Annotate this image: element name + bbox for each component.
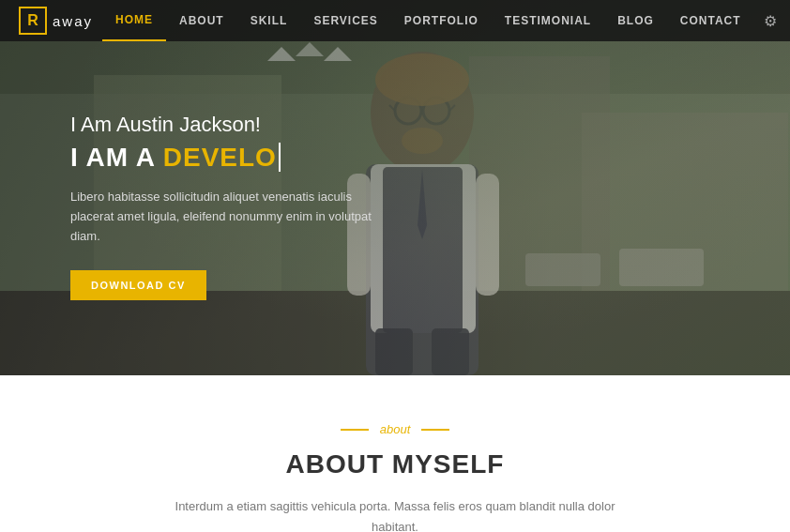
about-description: Interdum a etiam sagittis vehicula porta… [170, 496, 620, 532]
navbar: R away HOME ABOUT SKILL SERVICES PORTFOL… [0, 0, 790, 41]
logo-icon: R [19, 7, 47, 35]
hero-content: I Am Austin Jackson! I AM A DEVELO Liber… [70, 113, 389, 300]
section-label: about [19, 422, 771, 436]
nav-link-services[interactable]: SERVICES [300, 0, 390, 41]
hero-description: Libero habitasse sollicitudin aliquet ve… [70, 188, 389, 246]
about-section: about ABOUT MYSELF Interdum a etiam sagi… [0, 375, 790, 532]
nav-item-home[interactable]: HOME [102, 0, 166, 41]
hero-title-static: I AM A [70, 143, 163, 172]
logo[interactable]: R away [19, 7, 93, 35]
download-cv-button[interactable]: DOWNLOAD CV [70, 270, 206, 300]
about-desc-line1: Interdum a etiam sagittis vehicula porta… [175, 499, 615, 532]
hero-title-typed: DEVELO [163, 143, 281, 172]
hero-section: I Am Austin Jackson! I AM A DEVELO Liber… [0, 0, 790, 375]
nav-item-testimonial[interactable]: TESTIMONIAL [492, 0, 604, 41]
nav-link-testimonial[interactable]: TESTIMONIAL [492, 0, 604, 41]
nav-item-contact[interactable]: CONTACT [667, 0, 754, 41]
label-line-left [341, 429, 369, 431]
nav-link-blog[interactable]: BLOG [604, 0, 667, 41]
nav-link-about[interactable]: ABOUT [166, 0, 237, 41]
nav-link-home[interactable]: HOME [102, 0, 166, 41]
nav-link-skill[interactable]: SKILL [237, 0, 301, 41]
section-label-text: about [380, 422, 411, 436]
label-line-right [421, 429, 449, 431]
nav-link-portfolio[interactable]: PORTFOLIO [391, 0, 492, 41]
brand-name: away [53, 13, 93, 29]
nav-item-portfolio[interactable]: PORTFOLIO [391, 0, 492, 41]
nav-item-services[interactable]: SERVICES [300, 0, 390, 41]
nav-item-about[interactable]: ABOUT [166, 0, 237, 41]
nav-item-skill[interactable]: SKILL [237, 0, 301, 41]
settings-icon[interactable]: ⚙ [764, 12, 777, 30]
nav-menu: HOME ABOUT SKILL SERVICES PORTFOLIO TEST… [102, 0, 754, 41]
hero-title: I AM A DEVELO [70, 143, 389, 173]
nav-item-blog[interactable]: BLOG [604, 0, 667, 41]
about-title: ABOUT MYSELF [19, 449, 771, 479]
hero-greeting: I Am Austin Jackson! [70, 113, 389, 137]
nav-link-contact[interactable]: CONTACT [667, 0, 754, 41]
